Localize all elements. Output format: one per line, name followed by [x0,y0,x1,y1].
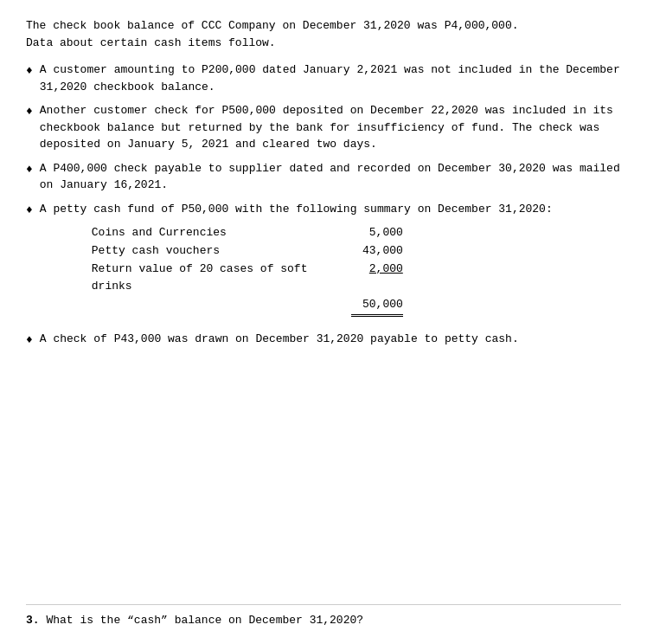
summary-value: 5,000 [351,224,403,242]
summary-label [92,296,351,317]
question-block: 3. What is the “cash” balance on Decembe… [26,614,621,627]
summary-row-1: Coins and Currencies 5,000 [92,224,403,242]
summary-total-value: 50,000 [351,296,403,317]
question-number: 3. [26,614,40,627]
diamond-icon: ♦ [26,332,33,349]
bullet-text-1: A customer amounting to P200,000 dated J… [40,61,621,95]
diamond-icon: ♦ [26,202,33,219]
bullet-list: ♦ A customer amounting to P200,000 dated… [26,61,621,348]
bullet-text-5: A check of P43,000 was drawn on December… [40,331,621,348]
summary-value: 2,000 [351,261,403,297]
bullet-text-4: A petty cash fund of P50,000 with the fo… [40,201,621,324]
list-item: ♦ A customer amounting to P200,000 dated… [26,61,621,95]
diamond-icon: ♦ [26,103,33,120]
diamond-icon: ♦ [26,161,33,178]
summary-label: Petty cash vouchers [92,242,351,261]
list-item: ♦ A P400,000 check payable to supplier d… [26,160,621,194]
summary-value: 43,000 [351,242,403,261]
summary-label: Return value of 20 cases of soft drinks [92,261,351,297]
bullet-text-2: Another customer check for P500,000 depo… [40,102,621,153]
page-container: The check book balance of CCC Company on… [0,0,647,644]
summary-row-3: Return value of 20 cases of soft drinks … [92,261,403,297]
summary-table: Coins and Currencies 5,000 Petty cash vo… [92,224,621,317]
summary-label: Coins and Currencies [92,224,351,242]
summary-row-2: Petty cash vouchers 43,000 [92,242,403,261]
intro-block: The check book balance of CCC Company on… [26,17,621,51]
bullet-text-3: A P400,000 check payable to supplier dat… [40,160,621,194]
list-item: ♦ A check of P43,000 was drawn on Decemb… [26,331,621,349]
question-text: What is the “cash” balance on December 3… [40,614,363,627]
summary-row-total: 50,000 [92,296,403,317]
list-item: ♦ A petty cash fund of P50,000 with the … [26,201,621,324]
list-item: ♦ Another customer check for P500,000 de… [26,102,621,153]
intro-line2: Data about certain cash items follow. [26,35,621,52]
intro-line1: The check book balance of CCC Company on… [26,17,621,35]
diamond-icon: ♦ [26,62,33,80]
bottom-section: 3. What is the “cash” balance on Decembe… [26,604,621,627]
